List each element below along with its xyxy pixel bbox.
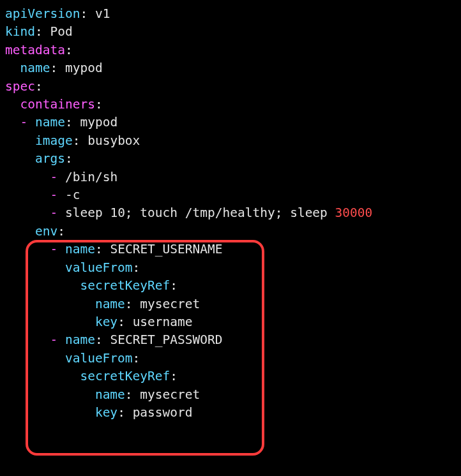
val-arg0: /bin/sh xyxy=(65,170,117,184)
key-env1-skr-name: name xyxy=(95,387,125,402)
key-env0-secretKeyRef: secretKeyRef xyxy=(80,278,170,293)
val-env0-skr-key: username xyxy=(133,315,193,329)
val-env0-skr-name: mysecret xyxy=(140,297,200,311)
key-env0-name: name xyxy=(65,242,95,257)
val-kind: Pod xyxy=(50,24,72,39)
key-env1-name: name xyxy=(65,332,95,347)
key-kind: kind xyxy=(5,24,35,39)
val-apiVersion: v1 xyxy=(95,6,110,21)
yaml-code-block: apiVersion: v1 kind: Pod metadata: name:… xyxy=(0,0,461,427)
key-env1-valueFrom: valueFrom xyxy=(65,351,133,366)
key-env0-valueFrom: valueFrom xyxy=(65,260,133,275)
key-apiVersion: apiVersion xyxy=(5,6,80,21)
val-arg1: -c xyxy=(65,188,80,202)
val-env1-skr-name: mysecret xyxy=(140,387,200,402)
val-image: busybox xyxy=(87,133,140,148)
val-metadata-name: mypod xyxy=(65,61,103,75)
val-env1-name: SECRET_PASSWORD xyxy=(110,332,222,347)
val-container-name: mypod xyxy=(80,115,117,130)
val-env1-skr-key: password xyxy=(133,405,193,420)
key-env: env xyxy=(35,224,57,239)
key-env1-skr-key: key xyxy=(95,405,117,420)
val-arg2b-number: 30000 xyxy=(335,205,373,220)
key-env0-skr-name: name xyxy=(95,297,125,311)
key-containers: containers xyxy=(20,97,94,112)
val-env0-name: SECRET_USERNAME xyxy=(110,242,222,257)
key-spec: spec xyxy=(5,79,35,94)
key-metadata: metadata xyxy=(5,43,65,57)
key-env0-skr-key: key xyxy=(95,315,117,329)
val-arg2a: sleep 10; touch /tmp/healthy; sleep xyxy=(65,205,335,220)
key-image: image xyxy=(35,133,73,148)
key-env1-secretKeyRef: secretKeyRef xyxy=(80,369,170,383)
key-metadata-name: name xyxy=(20,61,50,75)
key-args: args xyxy=(35,151,65,166)
key-container-name: name xyxy=(35,115,65,130)
